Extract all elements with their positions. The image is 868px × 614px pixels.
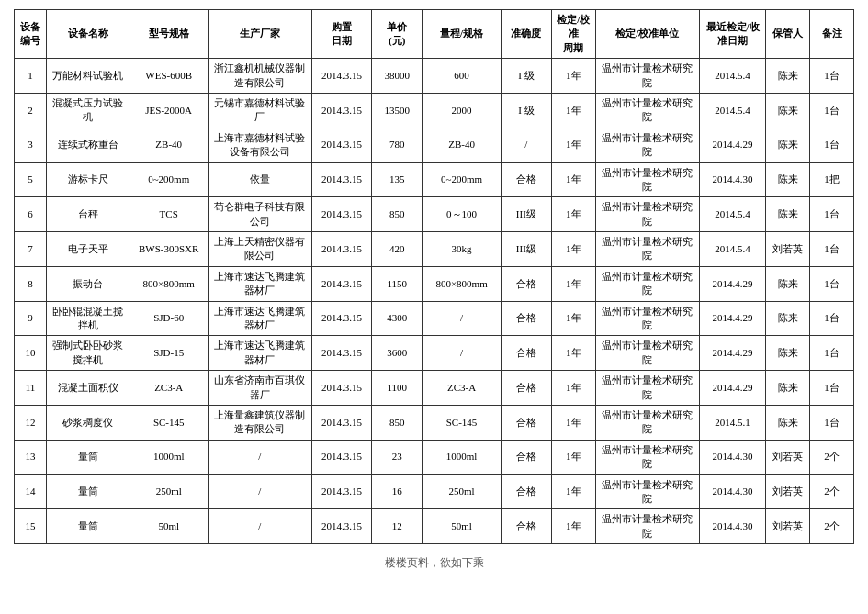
header-precision: 准确度 (501, 10, 551, 59)
cell-name: 强制式卧卧砂浆搅拌机 (47, 336, 130, 371)
cell-person: 陈来 (766, 59, 810, 94)
cell-date: 2014.3.15 (311, 197, 371, 232)
cell-mfr: 浙江鑫机机械仪器制造有限公司 (208, 59, 311, 94)
header-acc: 量程/规格 (423, 10, 501, 59)
cell-next: 2014.4.29 (699, 266, 766, 301)
cell-note: 1把 (810, 162, 854, 197)
cell-model: JES-2000A (130, 93, 208, 128)
cell-seq: 13 (15, 440, 47, 474)
cell-price: 1150 (372, 266, 423, 301)
cell-precision: III级 (501, 197, 551, 232)
cell-name: 混凝式压力试验机 (47, 93, 130, 128)
cell-precision: 合格 (501, 266, 551, 301)
cell-mfr: 上海量鑫建筑仪器制造有限公司 (208, 405, 311, 440)
cell-cycle: 1年 (551, 440, 595, 474)
cell-unit: 温州市计量检术研究院 (595, 197, 699, 232)
cell-unit: 温州市计量检术研究院 (595, 371, 699, 406)
cell-price: 12 (372, 509, 423, 544)
cell-next: 2014.4.29 (699, 128, 766, 162)
cell-price: 850 (372, 197, 423, 232)
cell-name: 振动台 (47, 266, 130, 301)
cell-person: 陈来 (766, 336, 810, 371)
cell-date: 2014.3.15 (311, 301, 371, 336)
cell-seq: 9 (15, 301, 47, 336)
cell-unit: 温州市计量检术研究院 (595, 93, 699, 128)
cell-date: 2014.3.15 (311, 509, 371, 544)
cell-person: 刘若英 (766, 440, 810, 474)
cell-acc: SC-145 (423, 405, 501, 440)
cell-precision: III级 (501, 232, 551, 267)
cell-precision: 合格 (501, 405, 551, 440)
cell-mfr: 上海市速达飞腾建筑器材厂 (208, 266, 311, 301)
cell-precision: 合格 (501, 162, 551, 197)
cell-name: 量筒 (47, 474, 130, 509)
cell-precision: 合格 (501, 440, 551, 474)
cell-name: 连续式称重台 (47, 128, 130, 162)
cell-date: 2014.3.15 (311, 336, 371, 371)
cell-unit: 温州市计量检术研究院 (595, 266, 699, 301)
cell-person: 陈来 (766, 371, 810, 406)
cell-price: 850 (372, 405, 423, 440)
cell-mfr: 上海上天精密仪器有限公司 (208, 232, 311, 267)
cell-mfr: / (208, 440, 311, 474)
cell-next: 2014.5.4 (699, 232, 766, 267)
cell-next: 2014.4.30 (699, 440, 766, 474)
cell-price: 23 (372, 440, 423, 474)
cell-seq: 6 (15, 197, 47, 232)
cell-model: SC-145 (130, 405, 208, 440)
cell-acc: ZC3-A (423, 371, 501, 406)
cell-precision: I 级 (501, 93, 551, 128)
cell-next: 2014.4.30 (699, 162, 766, 197)
cell-cycle: 1年 (551, 59, 595, 94)
cell-acc: ZB-40 (423, 128, 501, 162)
cell-model: 250ml (130, 474, 208, 509)
cell-cycle: 1年 (551, 301, 595, 336)
cell-date: 2014.3.15 (311, 162, 371, 197)
cell-seq: 1 (15, 59, 47, 94)
cell-unit: 温州市计量检术研究院 (595, 509, 699, 544)
cell-note: 1台 (810, 59, 854, 94)
cell-unit: 温州市计量检术研究院 (595, 301, 699, 336)
cell-name: 量筒 (47, 509, 130, 544)
cell-person: 陈来 (766, 405, 810, 440)
cell-mfr: 依量 (208, 162, 311, 197)
cell-name: 万能材料试验机 (47, 59, 130, 94)
cell-precision: 合格 (501, 509, 551, 544)
cell-precision: 合格 (501, 336, 551, 371)
cell-mfr: 山东省济南市百琪仪器厂 (208, 371, 311, 406)
cell-price: 4300 (372, 301, 423, 336)
cell-note: 1台 (810, 128, 854, 162)
header-seq: 设备编号 (15, 10, 47, 59)
table-row: 11混凝土面积仪ZC3-A山东省济南市百琪仪器厂2014.3.151100ZC3… (15, 371, 854, 406)
table-row: 14量筒250ml/2014.3.1516250ml合格1年温州市计量检术研究院… (15, 474, 854, 509)
cell-cycle: 1年 (551, 474, 595, 509)
cell-seq: 12 (15, 405, 47, 440)
header-date: 购置日期 (311, 10, 371, 59)
table-row: 7电子天平BWS-300SXR上海上天精密仪器有限公司2014.3.154203… (15, 232, 854, 267)
cell-note: 1台 (810, 301, 854, 336)
cell-date: 2014.3.15 (311, 93, 371, 128)
cell-model: SJD-60 (130, 301, 208, 336)
cell-model: BWS-300SXR (130, 232, 208, 267)
cell-note: 1台 (810, 266, 854, 301)
cell-person: 陈来 (766, 266, 810, 301)
cell-precision: / (501, 128, 551, 162)
cell-acc: / (423, 336, 501, 371)
cell-price: 13500 (372, 93, 423, 128)
cell-unit: 温州市计量检术研究院 (595, 162, 699, 197)
cell-unit: 温州市计量检术研究院 (595, 232, 699, 267)
cell-seq: 3 (15, 128, 47, 162)
table-row: 10强制式卧卧砂浆搅拌机SJD-15上海市速达飞腾建筑器材厂2014.3.153… (15, 336, 854, 371)
cell-mfr: 上海市嘉德材料试验设备有限公司 (208, 128, 311, 162)
cell-price: 1100 (372, 371, 423, 406)
table-row: 1万能材料试验机WES-600B浙江鑫机机械仪器制造有限公司2014.3.153… (15, 59, 854, 94)
cell-person: 刘若英 (766, 509, 810, 544)
cell-cycle: 1年 (551, 93, 595, 128)
cell-acc: 2000 (423, 93, 501, 128)
header-unit: 检定/校准单位 (595, 10, 699, 59)
cell-mfr: / (208, 474, 311, 509)
cell-person: 陈来 (766, 301, 810, 336)
cell-seq: 8 (15, 266, 47, 301)
cell-note: 2个 (810, 440, 854, 474)
cell-unit: 温州市计量检术研究院 (595, 405, 699, 440)
